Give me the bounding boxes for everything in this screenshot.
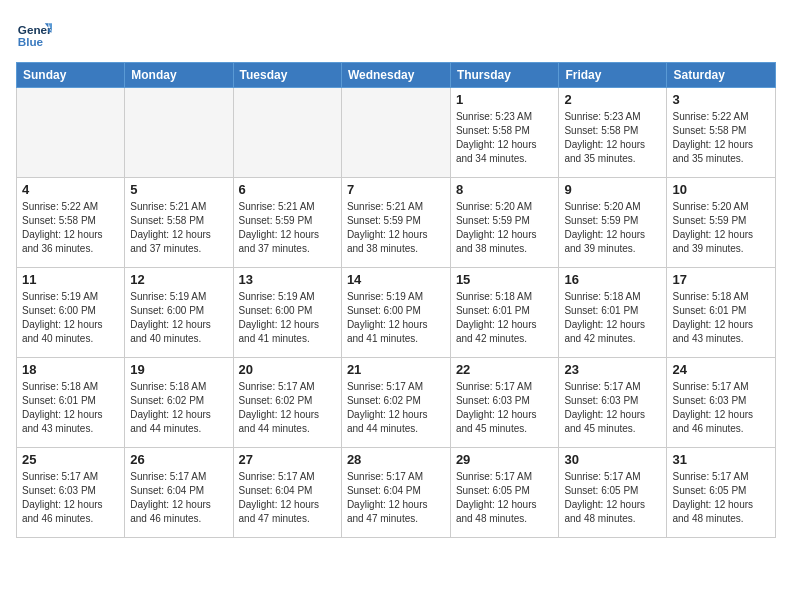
logo-icon: General Blue	[16, 16, 52, 52]
day-number: 1	[456, 92, 554, 107]
day-info: Sunrise: 5:19 AM Sunset: 6:00 PM Dayligh…	[347, 290, 445, 346]
calendar-cell: 16Sunrise: 5:18 AM Sunset: 6:01 PM Dayli…	[559, 268, 667, 358]
day-info: Sunrise: 5:20 AM Sunset: 5:59 PM Dayligh…	[456, 200, 554, 256]
calendar-cell	[17, 88, 125, 178]
day-number: 8	[456, 182, 554, 197]
calendar-cell: 19Sunrise: 5:18 AM Sunset: 6:02 PM Dayli…	[125, 358, 233, 448]
day-number: 28	[347, 452, 445, 467]
day-info: Sunrise: 5:17 AM Sunset: 6:04 PM Dayligh…	[347, 470, 445, 526]
calendar-cell: 8Sunrise: 5:20 AM Sunset: 5:59 PM Daylig…	[450, 178, 559, 268]
day-number: 3	[672, 92, 770, 107]
calendar-cell	[341, 88, 450, 178]
calendar-cell: 30Sunrise: 5:17 AM Sunset: 6:05 PM Dayli…	[559, 448, 667, 538]
svg-text:Blue: Blue	[18, 35, 44, 48]
logo: General Blue	[16, 16, 52, 52]
day-number: 18	[22, 362, 119, 377]
calendar-week-row: 25Sunrise: 5:17 AM Sunset: 6:03 PM Dayli…	[17, 448, 776, 538]
day-number: 29	[456, 452, 554, 467]
calendar-cell: 10Sunrise: 5:20 AM Sunset: 5:59 PM Dayli…	[667, 178, 776, 268]
calendar-cell: 4Sunrise: 5:22 AM Sunset: 5:58 PM Daylig…	[17, 178, 125, 268]
day-number: 12	[130, 272, 227, 287]
day-number: 19	[130, 362, 227, 377]
calendar-table: SundayMondayTuesdayWednesdayThursdayFrid…	[16, 62, 776, 538]
day-info: Sunrise: 5:20 AM Sunset: 5:59 PM Dayligh…	[672, 200, 770, 256]
calendar-cell: 1Sunrise: 5:23 AM Sunset: 5:58 PM Daylig…	[450, 88, 559, 178]
day-info: Sunrise: 5:18 AM Sunset: 6:01 PM Dayligh…	[22, 380, 119, 436]
day-number: 25	[22, 452, 119, 467]
day-info: Sunrise: 5:17 AM Sunset: 6:05 PM Dayligh…	[564, 470, 661, 526]
weekday-header-wednesday: Wednesday	[341, 63, 450, 88]
weekday-header-saturday: Saturday	[667, 63, 776, 88]
calendar-cell: 24Sunrise: 5:17 AM Sunset: 6:03 PM Dayli…	[667, 358, 776, 448]
calendar-cell: 25Sunrise: 5:17 AM Sunset: 6:03 PM Dayli…	[17, 448, 125, 538]
day-number: 24	[672, 362, 770, 377]
day-info: Sunrise: 5:17 AM Sunset: 6:05 PM Dayligh…	[672, 470, 770, 526]
day-info: Sunrise: 5:17 AM Sunset: 6:03 PM Dayligh…	[564, 380, 661, 436]
calendar-cell: 27Sunrise: 5:17 AM Sunset: 6:04 PM Dayli…	[233, 448, 341, 538]
day-number: 23	[564, 362, 661, 377]
day-info: Sunrise: 5:19 AM Sunset: 6:00 PM Dayligh…	[130, 290, 227, 346]
calendar-cell: 6Sunrise: 5:21 AM Sunset: 5:59 PM Daylig…	[233, 178, 341, 268]
calendar-cell: 23Sunrise: 5:17 AM Sunset: 6:03 PM Dayli…	[559, 358, 667, 448]
day-info: Sunrise: 5:21 AM Sunset: 5:58 PM Dayligh…	[130, 200, 227, 256]
day-info: Sunrise: 5:18 AM Sunset: 6:01 PM Dayligh…	[672, 290, 770, 346]
calendar-week-row: 11Sunrise: 5:19 AM Sunset: 6:00 PM Dayli…	[17, 268, 776, 358]
day-number: 7	[347, 182, 445, 197]
day-number: 22	[456, 362, 554, 377]
day-info: Sunrise: 5:17 AM Sunset: 6:05 PM Dayligh…	[456, 470, 554, 526]
day-info: Sunrise: 5:21 AM Sunset: 5:59 PM Dayligh…	[347, 200, 445, 256]
day-number: 17	[672, 272, 770, 287]
calendar-cell: 12Sunrise: 5:19 AM Sunset: 6:00 PM Dayli…	[125, 268, 233, 358]
weekday-header-row: SundayMondayTuesdayWednesdayThursdayFrid…	[17, 63, 776, 88]
calendar-cell: 28Sunrise: 5:17 AM Sunset: 6:04 PM Dayli…	[341, 448, 450, 538]
weekday-header-friday: Friday	[559, 63, 667, 88]
weekday-header-tuesday: Tuesday	[233, 63, 341, 88]
calendar-cell: 18Sunrise: 5:18 AM Sunset: 6:01 PM Dayli…	[17, 358, 125, 448]
day-number: 10	[672, 182, 770, 197]
day-info: Sunrise: 5:21 AM Sunset: 5:59 PM Dayligh…	[239, 200, 336, 256]
day-number: 11	[22, 272, 119, 287]
day-info: Sunrise: 5:17 AM Sunset: 6:04 PM Dayligh…	[130, 470, 227, 526]
day-number: 6	[239, 182, 336, 197]
day-info: Sunrise: 5:17 AM Sunset: 6:02 PM Dayligh…	[347, 380, 445, 436]
calendar-cell: 13Sunrise: 5:19 AM Sunset: 6:00 PM Dayli…	[233, 268, 341, 358]
day-info: Sunrise: 5:18 AM Sunset: 6:02 PM Dayligh…	[130, 380, 227, 436]
day-info: Sunrise: 5:18 AM Sunset: 6:01 PM Dayligh…	[456, 290, 554, 346]
weekday-header-monday: Monday	[125, 63, 233, 88]
calendar-cell: 31Sunrise: 5:17 AM Sunset: 6:05 PM Dayli…	[667, 448, 776, 538]
weekday-header-thursday: Thursday	[450, 63, 559, 88]
day-number: 31	[672, 452, 770, 467]
day-number: 13	[239, 272, 336, 287]
calendar-cell: 11Sunrise: 5:19 AM Sunset: 6:00 PM Dayli…	[17, 268, 125, 358]
day-number: 9	[564, 182, 661, 197]
day-number: 16	[564, 272, 661, 287]
calendar-cell: 26Sunrise: 5:17 AM Sunset: 6:04 PM Dayli…	[125, 448, 233, 538]
calendar-cell: 15Sunrise: 5:18 AM Sunset: 6:01 PM Dayli…	[450, 268, 559, 358]
calendar-cell	[233, 88, 341, 178]
day-info: Sunrise: 5:19 AM Sunset: 6:00 PM Dayligh…	[22, 290, 119, 346]
day-info: Sunrise: 5:23 AM Sunset: 5:58 PM Dayligh…	[456, 110, 554, 166]
day-info: Sunrise: 5:17 AM Sunset: 6:03 PM Dayligh…	[672, 380, 770, 436]
day-info: Sunrise: 5:22 AM Sunset: 5:58 PM Dayligh…	[672, 110, 770, 166]
day-info: Sunrise: 5:18 AM Sunset: 6:01 PM Dayligh…	[564, 290, 661, 346]
day-info: Sunrise: 5:17 AM Sunset: 6:02 PM Dayligh…	[239, 380, 336, 436]
day-info: Sunrise: 5:17 AM Sunset: 6:03 PM Dayligh…	[22, 470, 119, 526]
calendar-cell: 9Sunrise: 5:20 AM Sunset: 5:59 PM Daylig…	[559, 178, 667, 268]
day-number: 4	[22, 182, 119, 197]
day-info: Sunrise: 5:20 AM Sunset: 5:59 PM Dayligh…	[564, 200, 661, 256]
day-number: 15	[456, 272, 554, 287]
weekday-header-sunday: Sunday	[17, 63, 125, 88]
day-info: Sunrise: 5:17 AM Sunset: 6:04 PM Dayligh…	[239, 470, 336, 526]
calendar-cell: 3Sunrise: 5:22 AM Sunset: 5:58 PM Daylig…	[667, 88, 776, 178]
calendar-cell: 14Sunrise: 5:19 AM Sunset: 6:00 PM Dayli…	[341, 268, 450, 358]
calendar-week-row: 1Sunrise: 5:23 AM Sunset: 5:58 PM Daylig…	[17, 88, 776, 178]
day-info: Sunrise: 5:22 AM Sunset: 5:58 PM Dayligh…	[22, 200, 119, 256]
calendar-week-row: 4Sunrise: 5:22 AM Sunset: 5:58 PM Daylig…	[17, 178, 776, 268]
day-number: 5	[130, 182, 227, 197]
calendar-cell: 22Sunrise: 5:17 AM Sunset: 6:03 PM Dayli…	[450, 358, 559, 448]
calendar-cell: 17Sunrise: 5:18 AM Sunset: 6:01 PM Dayli…	[667, 268, 776, 358]
calendar-cell: 29Sunrise: 5:17 AM Sunset: 6:05 PM Dayli…	[450, 448, 559, 538]
day-number: 26	[130, 452, 227, 467]
day-info: Sunrise: 5:17 AM Sunset: 6:03 PM Dayligh…	[456, 380, 554, 436]
calendar-cell: 5Sunrise: 5:21 AM Sunset: 5:58 PM Daylig…	[125, 178, 233, 268]
